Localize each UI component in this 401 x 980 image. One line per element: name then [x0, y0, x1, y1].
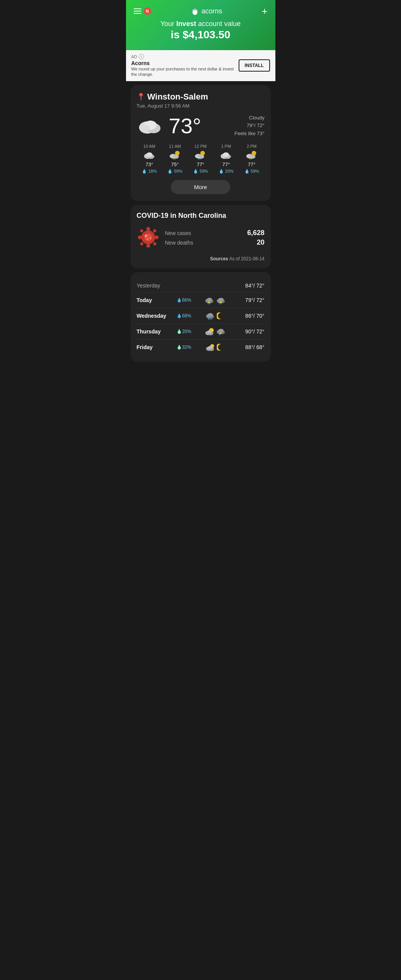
svg-marker-45: [178, 297, 181, 301]
svg-rect-2: [194, 8, 196, 10]
daily-precip-wednesday: 68%: [177, 313, 196, 318]
daily-row-friday: Friday 32% 88°/ 68°: [137, 340, 265, 355]
acorn-icon: [191, 7, 199, 15]
svg-point-39: [140, 242, 143, 245]
svg-point-34: [146, 244, 150, 248]
svg-point-33: [146, 227, 150, 231]
new-deaths-value: 20: [257, 238, 264, 247]
daily-icons-wednesday: [203, 312, 228, 320]
svg-point-74: [218, 329, 224, 333]
svg-point-24: [223, 152, 229, 157]
svg-point-62: [208, 313, 213, 317]
install-button[interactable]: INSTALL: [239, 59, 270, 72]
covid-card: COVID-19 in North Carolina: [131, 205, 271, 268]
hour-icon-2: [169, 150, 181, 160]
daily-icons-friday: [203, 343, 228, 351]
weather-feels-like: Feels like 73°: [234, 130, 264, 138]
daily-precip-friday: 32%: [177, 345, 196, 350]
weather-location: 📍 Winston-Salem: [137, 92, 265, 102]
weather-condition: Cloudy: [234, 114, 264, 122]
daily-day-wednesday: Wednesday: [137, 313, 171, 319]
svg-point-32: [144, 234, 152, 241]
svg-point-41: [145, 235, 147, 237]
svg-marker-78: [178, 345, 181, 348]
hour-item-3: 12 PM 77° 💧 59%: [188, 144, 213, 174]
ad-company-name: Acorns: [131, 60, 235, 66]
hour-icon-5: [246, 150, 258, 160]
svg-point-82: [208, 346, 213, 349]
account-value: is $4,103.50: [134, 29, 268, 41]
acorns-logo: acorns: [191, 7, 222, 15]
svg-point-37: [140, 229, 143, 232]
daily-row-wednesday: Wednesday 68% 86°/ 70°: [137, 308, 265, 324]
svg-marker-67: [178, 329, 181, 332]
svg-point-54: [218, 298, 224, 302]
location-pin-icon: 📍: [137, 93, 145, 101]
daily-day-thursday: Thursday: [137, 328, 171, 335]
daily-day-yesterday: Yesterday: [137, 283, 171, 289]
new-cases-label: New cases: [165, 230, 191, 236]
svg-point-71: [207, 330, 212, 333]
svg-point-36: [155, 235, 159, 239]
daily-temps-friday: 88°/ 68°: [234, 344, 264, 350]
current-weather-icon: [137, 117, 164, 135]
hour-icon-3: [194, 150, 206, 160]
svg-point-42: [150, 237, 151, 239]
daily-temps-thursday: 90°/ 72°: [234, 328, 264, 335]
daily-temps-today: 79°/ 72°: [234, 297, 264, 303]
hour-icon-4: [220, 150, 232, 160]
daily-temps-yesterday: 84°/ 72°: [234, 283, 264, 289]
daily-day-friday: Friday: [137, 344, 171, 350]
daily-forecast-card: Yesterday 84°/ 72° Today 66%: [131, 272, 271, 362]
svg-line-65: [211, 318, 212, 320]
covid-title: COVID-19 in North Carolina: [137, 212, 265, 220]
daily-row-thursday: Thursday 20% 90°/ 72°: [137, 324, 265, 340]
menu-area[interactable]: N: [134, 7, 151, 15]
hamburger-icon[interactable]: [134, 8, 141, 14]
hour-icon-1: [143, 150, 155, 160]
svg-point-43: [147, 238, 148, 240]
ad-description: We round up your purchases to the next d…: [131, 66, 235, 77]
daily-temps-wednesday: 86°/ 70°: [234, 313, 264, 319]
hour-item-5: 2 PM 77° 💧 59%: [239, 144, 265, 174]
account-line1: Your Invest account value: [134, 20, 268, 28]
svg-point-35: [138, 235, 142, 239]
ad-info-icon[interactable]: i: [139, 54, 144, 59]
daily-precip-today: 66%: [177, 297, 196, 303]
daily-icons-today: [203, 296, 228, 304]
weather-card: 📍 Winston-Salem Tue, August 17 9:56 AM 7…: [131, 85, 271, 201]
weather-datetime: Tue, August 17 9:56 AM: [137, 103, 265, 109]
acorns-header: N acorns + Your Invest account value is …: [126, 0, 275, 50]
daily-precip-thursday: 20%: [177, 329, 196, 334]
svg-point-48: [207, 298, 212, 302]
ad-banner: AD i Acorns We round up your purchases t…: [126, 50, 275, 81]
daily-row-today: Today 66% 79°/ 72°: [137, 292, 265, 308]
weather-high-low: 79°/ 72°: [234, 122, 264, 130]
hour-item-4: 1 PM 77° 💧 20%: [213, 144, 239, 174]
daily-day-today: Today: [137, 297, 171, 303]
app-name-label: acorns: [201, 7, 222, 15]
new-deaths-label: New deaths: [165, 240, 193, 246]
svg-line-64: [210, 318, 210, 320]
virus-svg: [137, 226, 160, 249]
covid-virus-icon: [137, 226, 160, 252]
current-temp: 73°: [169, 115, 201, 137]
add-button[interactable]: +: [262, 6, 267, 16]
new-cases-value: 6,628: [247, 229, 264, 237]
svg-line-63: [208, 318, 209, 320]
hourly-forecast: 10 AM 73° 💧 18% 11 AM 75° 💧 59%: [137, 144, 265, 174]
svg-point-38: [153, 229, 156, 232]
svg-point-9: [146, 152, 152, 157]
hour-item-2: 11 AM 75° 💧 59%: [162, 144, 188, 174]
hour-item-1: 10 AM 73° 💧 18%: [137, 144, 162, 174]
daily-row-yesterday: Yesterday 84°/ 72°: [137, 279, 265, 292]
more-button[interactable]: More: [171, 180, 230, 194]
covid-sources: Sources As of 2021-08-14: [137, 256, 265, 261]
svg-point-40: [153, 242, 156, 245]
daily-icons-thursday: [203, 327, 228, 336]
notification-badge: N: [144, 7, 151, 15]
svg-marker-59: [178, 313, 181, 317]
svg-point-6: [142, 125, 150, 131]
ad-label-text: AD: [131, 54, 137, 59]
